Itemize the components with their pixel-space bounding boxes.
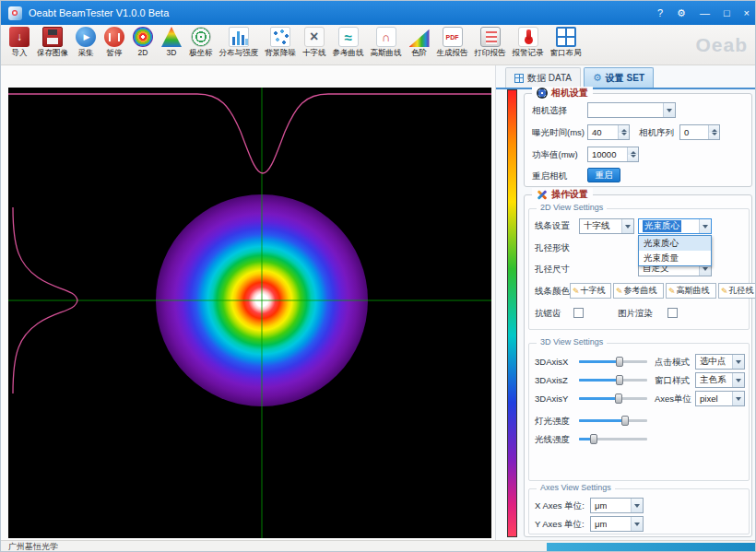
alarm-record-icon (518, 27, 538, 47)
slider-thumb[interactable] (590, 434, 597, 444)
close-button[interactable]: × (744, 7, 750, 18)
line-settings-label: 线条设置 (535, 220, 570, 232)
dropdown-item[interactable]: 光束质心 (639, 236, 711, 251)
minimize-button[interactable]: — (700, 7, 710, 18)
toolbar-button-reference-curve[interactable]: 参考曲线 (333, 27, 364, 59)
print-report-icon (480, 27, 501, 47)
reference-curve-color-button[interactable]: 参考曲线 (613, 283, 664, 299)
gear-icon: ⚙ (593, 73, 602, 83)
toolbar-button-print-report[interactable]: 打印报告 (475, 27, 506, 59)
toolbar-label: 打印报告 (475, 48, 506, 59)
image-render-checkbox[interactable] (667, 308, 678, 318)
restart-camera-label: 重启相机 (532, 170, 567, 182)
toolbar-button-pause[interactable]: 暂停 (103, 27, 125, 59)
3daxisx-slider[interactable] (579, 356, 647, 368)
spin-down-icon[interactable] (709, 133, 719, 140)
dropdown-item[interactable]: 光束质量 (639, 251, 711, 265)
slider-thumb[interactable] (616, 375, 623, 385)
spin-up-icon[interactable] (628, 147, 638, 155)
chevron-down-icon (732, 373, 744, 387)
toolbar-label: 极坐标 (189, 48, 213, 59)
beam-display[interactable] (8, 88, 491, 538)
aperture-line-color-button[interactable]: 孔径线 (718, 283, 756, 299)
chevron-down-icon (732, 355, 744, 369)
spin-up-icon[interactable] (709, 125, 719, 133)
line-type-combo[interactable]: 十字线 (579, 218, 634, 234)
settings-panel: 数据 DATA ⚙ 设置 SET 相机设置 相机选择 曝光时间(ms) 40 相… (495, 65, 756, 540)
click-mode-combo[interactable]: 选中点 (695, 354, 745, 370)
help-button[interactable]: ? (657, 7, 663, 18)
toolbar-button-capture[interactable]: 采集 (75, 27, 97, 59)
gaussian-curve-color-button[interactable]: 高斯曲线 (666, 283, 716, 299)
toolbar-label: 窗口布局 (550, 48, 582, 59)
toolbar-label: 背景降噪 (265, 48, 296, 59)
camera-serial-spinner[interactable]: 0 (679, 124, 720, 140)
3daxisz-slider[interactable] (579, 374, 647, 386)
slider-thumb[interactable] (615, 393, 622, 404)
toolbar-button-import[interactable]: 导入 (8, 27, 30, 59)
view-3d-settings-title: 3D View Settings (537, 337, 607, 346)
click-mode-label: 点击模式 (655, 357, 690, 369)
toolbar-button-color-scale[interactable]: 色阶 (408, 27, 431, 59)
toolbar-label: 保存图像 (37, 48, 68, 59)
camera-group-title: 相机设置 (551, 87, 588, 100)
window-controls: ? ⚙ — □ × (657, 7, 750, 19)
restart-button[interactable]: 重启 (587, 168, 620, 182)
toolbar-button-alarm-record[interactable]: 报警记录 (513, 27, 544, 59)
ray-intensity-slider[interactable] (579, 433, 647, 445)
power-spinner[interactable]: 10000 (587, 147, 639, 162)
maximize-button[interactable]: □ (724, 7, 730, 18)
antialias-checkbox[interactable] (573, 308, 584, 318)
toolbar-button-crosshair[interactable]: 十字线 (302, 27, 326, 59)
crosshair-color-button[interactable]: 十字线 (570, 283, 611, 299)
toolbar-label: 2D (138, 48, 148, 57)
toolbar-button-generate-report[interactable]: 生成报告 (437, 27, 468, 59)
slider-thumb[interactable] (616, 357, 623, 367)
light-intensity-slider[interactable] (579, 415, 647, 427)
axes-unit-combo[interactable]: pixel (695, 391, 745, 406)
toolbar-button-polar[interactable]: 极坐标 (189, 27, 213, 59)
chevron-down-icon (631, 499, 643, 512)
exposure-spinner[interactable]: 40 (587, 124, 630, 140)
save-image-icon (42, 27, 63, 47)
view-3d-settings-group: 3D View Settings 3DAxisX 3DAxisZ 3DAxisY… (528, 343, 750, 481)
color-scale-icon (409, 27, 430, 47)
toolbar-label: 十字线 (302, 48, 326, 59)
tab-settings[interactable]: ⚙ 设置 SET (584, 67, 654, 88)
y-axes-unit-combo[interactable]: μm (590, 516, 644, 532)
x-axes-unit-combo[interactable]: μm (590, 498, 644, 513)
toolbar-button-gaussian-curve[interactable]: 高斯曲线 (371, 27, 402, 59)
tab-data[interactable]: 数据 DATA (505, 67, 581, 88)
toolbar-button-window-layout[interactable]: 窗口布局 (550, 27, 582, 59)
toolbar-label: 高斯曲线 (371, 48, 402, 59)
spin-down-icon[interactable] (619, 133, 629, 140)
toolbar-button-distribution[interactable]: 分布与强度 (219, 27, 259, 59)
toolbar-label: 暂停 (107, 48, 123, 59)
reference-curve-icon (338, 27, 359, 47)
brand-watermark: Oeab (695, 34, 748, 56)
gear-icon[interactable]: ⚙ (677, 7, 686, 19)
view-2d-settings-title: 2D View Settings (537, 203, 607, 212)
centroid-dropdown-list: 光束质心 光束质量 (638, 235, 712, 266)
camera-select-label: 相机选择 (532, 105, 567, 117)
slider-label-light-intensity: 灯光强度 (535, 416, 570, 428)
3daxisy-slider[interactable] (579, 393, 647, 405)
camera-select-combo[interactable] (587, 102, 676, 118)
toolbar-button-save-image[interactable]: 保存图像 (37, 27, 68, 59)
pdf-report-icon (443, 27, 463, 47)
toolbar-button-3d[interactable]: 3D (160, 27, 183, 57)
pause-icon (104, 27, 124, 47)
axes-view-settings-group: Axes View Settings X Axes 单位: μm Y Axes … (528, 488, 750, 534)
spin-down-icon[interactable] (628, 155, 638, 162)
spin-up-icon[interactable] (619, 125, 629, 133)
slider-thumb[interactable] (621, 416, 629, 426)
window-style-combo[interactable]: 主色系 (695, 372, 745, 388)
beam-centroid-combo[interactable]: 光束质心 (638, 218, 712, 234)
titlebar: Oeabt BeamTester V1.0.0 Beta ? ⚙ — □ × (1, 1, 756, 25)
image-render-label: 图片渲染 (618, 308, 653, 320)
exposure-label: 曝光时间(ms) (532, 127, 585, 139)
axes-view-settings-title: Axes View Settings (537, 483, 615, 492)
toolbar-button-denoise[interactable]: 背景降噪 (265, 27, 296, 59)
toolbar-button-2d[interactable]: 2D (132, 27, 154, 57)
distribution-icon (229, 27, 249, 47)
